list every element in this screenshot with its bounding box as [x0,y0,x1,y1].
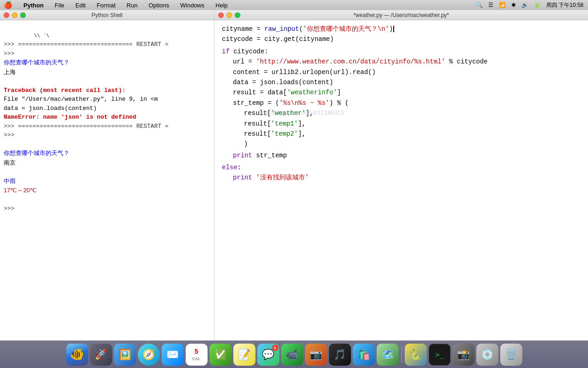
dock-camera[interactable]: 📸 [452,344,475,366]
shell-line: \\ `\ [4,22,210,40]
code-line-6: data = json.loads(content) [222,77,581,87]
shell-titlebar: Python Shell [0,10,214,20]
shell-traceback: Traceback (most recent call last): [4,86,210,95]
menu-edit[interactable]: Edit [74,2,87,9]
code-line-5: content = urllib2.urlopen(url).read() [222,67,581,77]
dock-launchpad[interactable]: 🚀 [90,344,112,366]
list-icon[interactable]: ☰ [488,2,493,8]
volume-icon[interactable]: 🔊 [521,2,528,8]
shell-city1: 上海 [4,68,210,77]
minimize-button[interactable] [12,12,17,18]
dock-reminders[interactable]: ✅ [209,344,232,366]
search-icon[interactable]: 🔍 [476,2,483,8]
dock-facetime[interactable]: 📹 [281,344,303,366]
code-line-13: print str_temp [222,150,581,161]
close-button[interactable] [4,12,9,18]
python-shell-panel: Python Shell \\ `\ >>> =================… [0,10,215,340]
bluetooth-icon[interactable]: ✱ [511,2,516,8]
dock-mail[interactable]: ✉️ [162,344,184,366]
restart-line-top: \\ `\ [4,23,49,39]
badge-messages: 1 [272,345,278,351]
dock-trash[interactable]: 🗑️ [500,344,522,366]
shell-restart1: >>> ================================ RES… [4,40,210,49]
apple-menu[interactable]: 🍎 [4,1,12,9]
shell-title: Python Shell [91,12,122,18]
code-line-11: result['temp2'], [222,129,581,139]
shell-content[interactable]: \\ `\ >>> ==============================… [0,20,214,340]
code-line-12: ) [222,139,581,149]
dock-python[interactable]: 🐍 [405,344,427,366]
dock-finder[interactable]: 🐠 [66,344,88,366]
menu-python[interactable]: Python [22,2,45,9]
code-line-10: result['temp1'], [222,119,581,129]
shell-prompt-2: >>> [4,131,210,140]
dock-terminal[interactable]: >_ [429,344,451,366]
main-area: Python Shell \\ `\ >>> =================… [0,10,588,340]
wifi-icon[interactable]: 📶 [499,2,506,8]
dock-messages[interactable]: 💬 1 [257,344,279,366]
menu-format[interactable]: Format [95,2,117,9]
shell-file: File "/Users/mac/weather.py", line 9, in… [4,95,210,104]
shell-prompt-1: >>> [4,49,210,58]
code-line-14: else: [222,162,581,172]
code-line-7: result = data['weatherinfo'] [222,87,581,98]
dock-disk[interactable]: 💿 [476,344,498,366]
code-line-15: print '没有找到该城市' [222,172,581,183]
dock-notes[interactable]: 📝 [233,344,255,366]
code-line-1: cityname = raw_input('你想查哪个城市的天气？\n') [222,24,581,34]
shell-chinese-question2: 你想查哪个城市的天气？ [4,149,210,158]
code-line-8: str_temp = ('%s\n%s ~ %s') % ( [222,98,581,108]
shell-prompt-3: >>> [4,204,210,213]
menu-file[interactable]: File [53,2,66,9]
dock: 🐠 🚀 🖼️ 🧭 ✉️ 5CAL ✅ 📝 💬 1 📹 📷 🎵 [0,340,588,368]
dock-photos[interactable]: 🖼️ [114,344,136,366]
shell-city2: 南京 [4,158,210,168]
editor-traffic-lights [218,12,240,18]
shell-temp: 17℃～20℃ [4,186,210,196]
traffic-lights [4,12,26,18]
dock-itunes[interactable]: 🎵 [329,344,351,366]
code-content[interactable]: cityname = raw_input('你想查哪个城市的天气？\n') ci… [215,20,588,340]
dock-iphoto[interactable]: 📷 [305,344,327,366]
menu-windows[interactable]: Windows [178,2,206,9]
shell-chinese-question1: 你想查哪个城市的天气？ [4,58,210,68]
code-line-9: result['weather'], [222,108,581,118]
code-editor-panel: *weather.py — /Users/mac/weather.py* cit… [215,10,588,340]
shell-code-line: data = json.loads(content) [4,104,210,113]
maximize-button[interactable] [20,12,26,18]
dock-safari[interactable]: 🧭 [138,344,160,366]
clock: 周四 下午10:58 [546,1,583,9]
menu-options[interactable]: Options [147,2,171,9]
menubar-right: 🔍 ☰ 📶 ✱ 🔊 🔋 周四 下午10:58 [475,1,584,9]
editor-titlebar: *weather.py — /Users/mac/weather.py* [215,10,588,20]
watermark-container: http://blog.csdn.net/u011186313 result['… [222,108,581,150]
battery-icon[interactable]: 🔋 [534,2,541,8]
menubar: 🍎 Python File Edit Format Run Options Wi… [0,0,588,10]
editor-title: *weather.py — /Users/mac/weather.py* [353,12,449,18]
text-cursor [393,26,394,32]
code-line-2: citycode = city.get(cityname) [222,34,581,44]
dock-calendar[interactable]: 5CAL [186,344,208,366]
dock-separator [401,346,402,363]
shell-nameerror: NameError: name 'json' is not defined [4,113,210,122]
shell-weather: 中雨 [4,177,210,186]
menu-run[interactable]: Run [125,2,140,9]
dock-maps[interactable]: 🗺️ [377,344,399,366]
code-line-4: url = 'http://www.weather.com.cn/data/ci… [222,57,581,67]
shell-restart2: >>> ================================ RES… [4,122,210,131]
editor-minimize-button[interactable] [226,12,232,18]
menu-help[interactable]: Help [214,2,230,9]
editor-close-button[interactable] [218,12,224,18]
dock-appstore[interactable]: 🛍️ [353,344,375,366]
editor-maximize-button[interactable] [235,12,240,18]
code-line-3: if citycode: [222,46,581,57]
